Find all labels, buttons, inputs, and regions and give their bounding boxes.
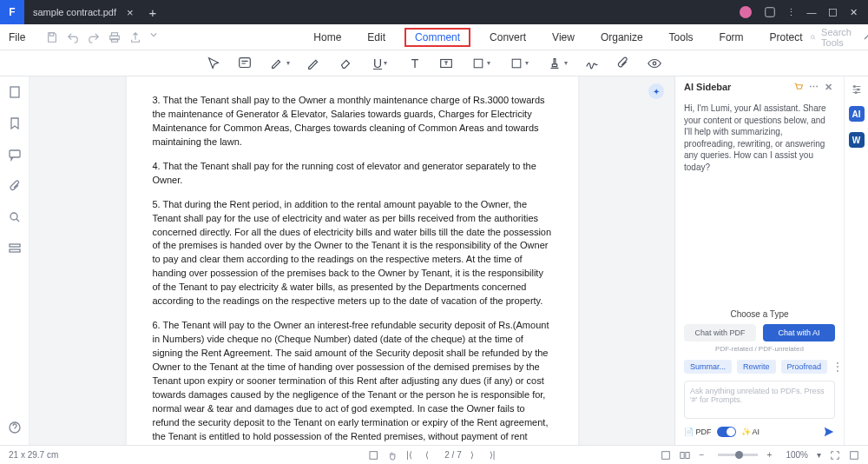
fit-page-icon[interactable]: [830, 450, 840, 461]
collapse-ribbon-icon[interactable]: [864, 33, 868, 42]
menu-view[interactable]: View: [545, 28, 582, 47]
dock-word-icon[interactable]: W: [849, 132, 865, 148]
chat-with-pdf-button[interactable]: Chat with PDF: [684, 324, 756, 341]
ai-more-icon[interactable]: ⋯: [809, 82, 819, 92]
menu-home[interactable]: Home: [306, 28, 348, 47]
signature-tool-icon[interactable]: [583, 55, 601, 72]
svg-rect-24: [681, 452, 684, 458]
svg-point-6: [811, 35, 814, 38]
zoom-slider[interactable]: [718, 454, 758, 456]
window-close-icon[interactable]: ✕: [847, 6, 859, 18]
document-viewport[interactable]: ✦ 3. That the Tenant shall pay to the Ow…: [30, 76, 674, 445]
attachment-tool-icon[interactable]: [615, 55, 632, 72]
ai-intro-text: Hi, I'm Lumi, your AI assistant. Share y…: [675, 97, 844, 178]
ai-input[interactable]: Ask anything unrelated to PDFs. Press '#…: [684, 381, 835, 419]
right-dock: AI W: [844, 76, 868, 445]
paragraph: 4. That the Tenant shall pay for the run…: [153, 160, 552, 188]
menu-tools[interactable]: Tools: [662, 28, 700, 47]
search-panel-icon[interactable]: [8, 210, 22, 224]
paragraph: 6. The Tenant will pay to the Owner an i…: [153, 319, 552, 445]
svg-rect-11: [512, 59, 521, 68]
bookmarks-icon[interactable]: [8, 116, 22, 130]
last-page-icon[interactable]: ⟩|: [490, 450, 500, 461]
note-tool-icon[interactable]: [236, 55, 253, 72]
zoom-value[interactable]: 100%: [786, 450, 808, 460]
window-maximize-icon[interactable]: [826, 6, 838, 18]
pencil-tool-icon[interactable]: [306, 55, 323, 72]
stamp-tool-icon[interactable]: ▾: [545, 55, 569, 72]
chip-more-icon[interactable]: ⋮: [832, 361, 843, 373]
next-page-icon[interactable]: ⟩: [470, 450, 481, 461]
chat-with-ai-button[interactable]: Chat with AI: [763, 324, 835, 341]
ai-sidebar: AI Sidebar ⋯ ✕ Hi, I'm Lumi, your AI ass…: [674, 76, 844, 445]
underline-tool-icon[interactable]: U▾: [368, 55, 392, 72]
share-icon[interactable]: [129, 31, 141, 43]
file-menu[interactable]: File: [0, 31, 34, 43]
dock-sliders-icon[interactable]: [851, 83, 863, 96]
ai-sidebar-header: AI Sidebar ⋯ ✕: [675, 76, 844, 97]
comments-panel-icon[interactable]: [8, 148, 22, 162]
save-icon[interactable]: [46, 31, 58, 43]
chip-proofread[interactable]: Proofread: [781, 360, 828, 374]
ai-close-icon[interactable]: ✕: [825, 82, 835, 92]
window-minimize-icon[interactable]: ―: [806, 6, 818, 18]
read-mode-icon[interactable]: ▾: [680, 450, 690, 461]
zoom-in-icon[interactable]: +: [766, 450, 777, 461]
help-icon[interactable]: [8, 421, 22, 434]
chip-summarize[interactable]: Summar...: [684, 360, 732, 374]
main-area: ✦ 3. That the Tenant shall pay to the Ow…: [0, 76, 868, 445]
menu-bar-right: Search Tools: [810, 27, 868, 48]
area-highlight-tool-icon[interactable]: ▾: [469, 55, 493, 72]
new-tab-button[interactable]: +: [142, 5, 164, 20]
fields-panel-icon[interactable]: [8, 242, 22, 255]
app-icon[interactable]: F: [0, 0, 24, 24]
chip-rewrite[interactable]: Rewrite: [737, 360, 776, 374]
redo-icon[interactable]: [88, 31, 100, 43]
print-icon[interactable]: [108, 31, 121, 43]
svg-rect-14: [10, 150, 20, 157]
text-tool-icon[interactable]: T: [406, 55, 424, 72]
ai-pdf-toggle[interactable]: [717, 427, 736, 437]
menu-organize[interactable]: Organize: [594, 28, 650, 47]
menu-comment[interactable]: Comment: [404, 28, 470, 47]
page-indicator[interactable]: 2 / 7: [444, 450, 461, 460]
eraser-tool-icon[interactable]: [337, 55, 354, 72]
hide-comments-icon[interactable]: [646, 55, 663, 72]
undo-icon[interactable]: [67, 31, 79, 43]
highlight-tool-icon[interactable]: ▾: [267, 55, 292, 72]
ai-footer-ai-label: ✨ AI: [741, 428, 760, 436]
first-page-icon[interactable]: |⟨: [406, 450, 417, 461]
shape-tool-icon[interactable]: ▾: [507, 55, 531, 72]
select-tool-icon[interactable]: [205, 55, 222, 72]
tab-close-icon[interactable]: ×: [127, 6, 134, 19]
document-tab[interactable]: sample contract.pdf ×: [24, 6, 142, 19]
hand-tool-icon[interactable]: [387, 450, 398, 461]
menu-edit[interactable]: Edit: [360, 28, 392, 47]
thumbnails-icon[interactable]: [8, 85, 22, 99]
menu-form[interactable]: Form: [713, 28, 751, 47]
search-tools[interactable]: Search Tools: [810, 27, 856, 48]
svg-rect-10: [474, 59, 483, 68]
reflow-icon[interactable]: [368, 450, 378, 461]
fullscreen-icon[interactable]: [849, 450, 859, 461]
ai-cart-icon[interactable]: [793, 82, 804, 92]
ai-send-icon[interactable]: [823, 426, 835, 438]
textbox-tool-icon[interactable]: [437, 55, 455, 72]
zoom-out-icon[interactable]: −: [699, 450, 709, 461]
qat-dropdown-icon[interactable]: [150, 31, 162, 43]
ai-quick-launch-icon[interactable]: ✦: [648, 83, 664, 99]
left-panel-rail: [0, 76, 30, 445]
window-app-icon[interactable]: [764, 6, 776, 18]
user-avatar-icon[interactable]: [740, 6, 752, 18]
svg-rect-26: [851, 451, 858, 459]
ai-sidebar-title: AI Sidebar: [684, 82, 731, 92]
window-more-icon[interactable]: ⋮: [785, 6, 797, 18]
menu-protect[interactable]: Protect: [763, 28, 810, 47]
menu-bar-row: File Home Edit Comment Convert View Orga…: [0, 24, 868, 50]
window-titlebar: F sample contract.pdf × + ⋮ ― ✕: [0, 0, 868, 24]
dock-ai-icon[interactable]: AI: [849, 106, 865, 122]
attachments-panel-icon[interactable]: [8, 179, 22, 193]
menu-convert[interactable]: Convert: [483, 28, 533, 47]
view-mode-icon[interactable]: ▾: [661, 450, 671, 461]
prev-page-icon[interactable]: ⟨: [425, 450, 436, 461]
